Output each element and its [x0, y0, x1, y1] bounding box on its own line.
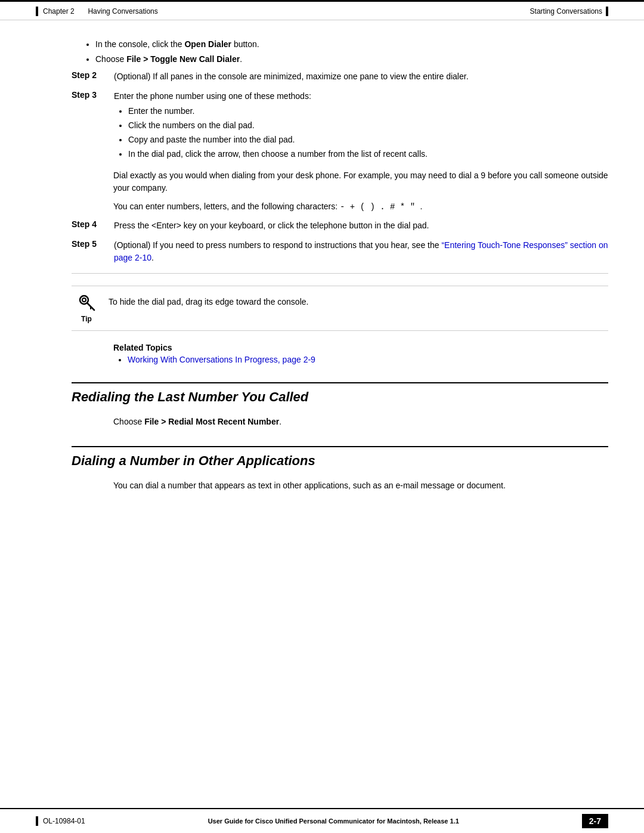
- tip-icon-area: Tip: [72, 293, 101, 323]
- related-topic-1-link[interactable]: Working With Conversations In Progress, …: [128, 355, 315, 364]
- step-2-content: (Optional) If all panes in the console a…: [114, 70, 608, 83]
- step-4-content: Press the <Enter> key on your keyboard, …: [114, 219, 608, 232]
- header-left: Chapter 2 Having Conversations: [36, 7, 158, 16]
- section-dialing-heading: Dialing a Number in Other Applications: [72, 446, 608, 469]
- para-characters: You can enter numbers, letters, and the …: [113, 200, 608, 213]
- related-topic-1: Working With Conversations In Progress, …: [128, 355, 608, 364]
- main-content: In the console, click the Open Dialer bu…: [0, 20, 644, 516]
- intro-bullet-2: Choose File > Toggle New Call Dialer.: [95, 53, 608, 66]
- para-dial-instructions: Dial exactly as you would when dialing f…: [113, 169, 608, 194]
- step-4-row: Step 4 Press the <Enter> key on your key…: [72, 219, 608, 232]
- footer-doc-id: OL-10984-01: [43, 817, 85, 825]
- step-4-label: Step 4: [72, 219, 104, 232]
- key-icon: [78, 293, 95, 311]
- page-number: 2-7: [582, 814, 608, 828]
- footer-left-bar: [36, 816, 38, 826]
- step-3-bullet-2: Click the numbers on the dial pad.: [128, 119, 608, 132]
- svg-point-1: [82, 298, 86, 302]
- tip-icon: [78, 293, 95, 314]
- step-3-bullets: Enter the number. Click the numbers on t…: [128, 105, 608, 160]
- touch-tone-link[interactable]: “Entering Touch-Tone Responses” section …: [114, 240, 608, 262]
- step-3-bullet-1: Enter the number.: [128, 105, 608, 117]
- tip-label: Tip: [81, 315, 92, 323]
- page-footer: OL-10984-01 User Guide for Cisco Unified…: [0, 808, 644, 833]
- header-left-bar: [36, 7, 38, 16]
- related-topics: Related Topics Working With Conversation…: [113, 343, 608, 364]
- footer-left: OL-10984-01: [36, 816, 85, 826]
- tip-section: Tip To hide the dial pad, drag its edge …: [72, 286, 608, 331]
- step-3-bullet-4: In the dial pad, click the arrow, then c…: [128, 148, 608, 160]
- chapter-title: Having Conversations: [88, 7, 157, 16]
- step-2-label: Step 2: [72, 70, 104, 83]
- intro-bullet-list: In the console, click the Open Dialer bu…: [95, 38, 608, 66]
- redialing-para: Choose File > Redial Most Recent Number.: [113, 416, 608, 428]
- footer-center: User Guide for Cisco Unified Personal Co…: [208, 817, 459, 825]
- step-5-label: Step 5: [72, 239, 104, 264]
- step-2-row: Step 2 (Optional) If all panes in the co…: [72, 70, 608, 83]
- related-topics-list: Working With Conversations In Progress, …: [128, 355, 608, 364]
- step-5-content: (Optional) If you need to press numbers …: [114, 239, 608, 264]
- header-right: Starting Conversations: [530, 7, 608, 16]
- divider-1: [72, 273, 608, 274]
- step-3-content: Enter the phone number using one of thes…: [114, 90, 608, 162]
- step-3-label: Step 3: [72, 90, 104, 162]
- page-header: Chapter 2 Having Conversations Starting …: [0, 0, 644, 20]
- dialing-other-para: You can dial a number that appears as te…: [113, 479, 608, 492]
- step-3-bullet-3: Copy and paste the number into the dial …: [128, 134, 608, 146]
- step-5-row: Step 5 (Optional) If you need to press n…: [72, 239, 608, 264]
- step-3-row: Step 3 Enter the phone number using one …: [72, 90, 608, 162]
- intro-bullet-1: In the console, click the Open Dialer bu…: [95, 38, 608, 51]
- related-topics-title: Related Topics: [113, 343, 608, 352]
- svg-point-0: [80, 296, 88, 304]
- section-redialing-heading: Redialing the Last Number You Called: [72, 382, 608, 405]
- chapter-label: Chapter 2: [43, 7, 75, 16]
- header-right-section: Starting Conversations: [530, 7, 602, 16]
- header-right-bar: [606, 7, 608, 16]
- tip-content: To hide the dial pad, drag its edge towa…: [109, 293, 608, 308]
- page-container: Chapter 2 Having Conversations Starting …: [0, 0, 644, 833]
